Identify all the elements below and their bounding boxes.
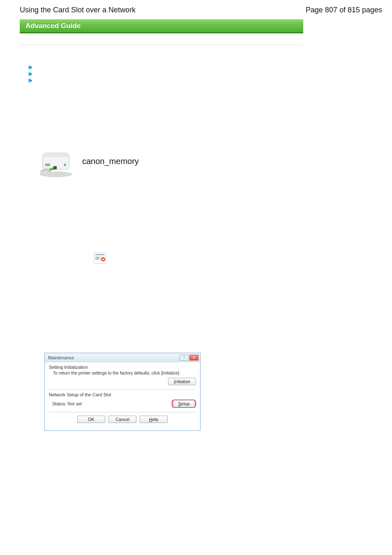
setup-button-highlight: Setup: [172, 400, 196, 408]
titlebar-help-button[interactable]: ?: [180, 355, 189, 361]
status-label: Status: Not set: [52, 401, 82, 406]
banner-text: Advanced Guide: [25, 22, 81, 30]
cancel-button[interactable]: Cancel: [108, 416, 136, 423]
advanced-guide-banner: Advanced Guide: [20, 19, 303, 33]
titlebar-close-button[interactable]: ✕: [189, 355, 198, 361]
arrow-right-icon: [28, 65, 33, 70]
header-page: Page 807 of 815 pages: [306, 6, 382, 14]
close-icon: ✕: [192, 356, 196, 360]
svg-point-4: [64, 164, 66, 166]
svg-rect-7: [95, 254, 104, 255]
setup-button[interactable]: Setup: [173, 400, 194, 407]
svg-rect-8: [95, 257, 99, 260]
page-header: Using the Card Slot over a Network Page …: [0, 0, 392, 18]
titlebar-buttons: ? ✕: [180, 355, 198, 361]
svg-point-0: [39, 171, 72, 177]
help-button[interactable]: Help: [140, 416, 168, 423]
svg-rect-2: [43, 153, 69, 157]
section-setting-init-title: Setting Initialization: [49, 365, 196, 370]
drive-label: canon_memory: [82, 157, 139, 166]
dialog-footer: OK Cancel Help: [49, 412, 196, 427]
initialize-button[interactable]: Initialize: [168, 378, 196, 385]
link-row[interactable]: [28, 72, 303, 76]
arrow-right-icon: [28, 72, 33, 76]
dialog-titlebar: Maintenance ? ✕: [45, 353, 200, 362]
divider-line: [20, 45, 303, 45]
network-tool-icon: [94, 252, 106, 264]
network-drive-figure: canon_memory: [36, 144, 303, 178]
section-card-slot-title: Network Setup of the Card Slot: [49, 392, 196, 397]
divider-line: [49, 389, 196, 390]
header-title: Using the Card Slot over a Network: [20, 6, 136, 14]
arrow-right-icon: [28, 78, 33, 83]
links-block: [28, 65, 303, 83]
link-row[interactable]: [28, 65, 303, 70]
maintenance-dialog: Maintenance ? ✕ Setting Initialization T…: [44, 353, 201, 431]
content-area: Advanced Guide: [20, 19, 303, 431]
network-drive-icon: [36, 144, 76, 178]
svg-rect-3: [45, 164, 50, 166]
ok-button[interactable]: OK: [77, 416, 105, 423]
dialog-title: Maintenance: [48, 355, 74, 360]
svg-point-10: [102, 259, 104, 260]
section-setting-init-desc: To return the printer settings to the fa…: [53, 370, 196, 375]
link-row[interactable]: [28, 78, 303, 83]
dialog-body: Setting Initialization To return the pri…: [45, 362, 200, 430]
svg-rect-5: [53, 166, 57, 169]
